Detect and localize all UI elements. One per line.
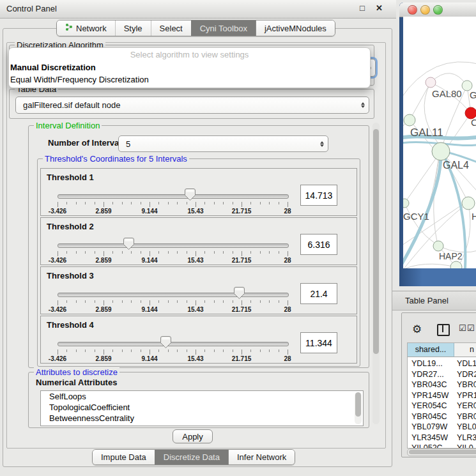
table-row[interactable]: YBR043CYBR0 <box>408 380 476 390</box>
tick-mark <box>95 251 95 254</box>
tick-mark <box>204 349 205 352</box>
tab-discretize-data[interactable]: Discretize Data <box>155 450 228 464</box>
minimize-traffic-light[interactable] <box>420 5 430 15</box>
tick-mark <box>66 349 67 352</box>
top-tab-strip: NetworkStyleSelectCyni ToolboxjActiveMNo… <box>56 20 335 36</box>
tab-select[interactable]: Select <box>151 20 191 36</box>
close-traffic-light[interactable] <box>408 5 417 15</box>
table-row[interactable]: YLR345WYLR3 <box>408 433 476 443</box>
slider-thumb[interactable] <box>234 287 245 299</box>
table-row[interactable]: YDR27...YDR2 <box>408 369 476 380</box>
tab-impute-data[interactable]: Impute Data <box>93 450 155 464</box>
network-node[interactable] <box>462 197 475 210</box>
dropdown-option[interactable]: Equal Width/Frequency Discretization <box>9 73 370 86</box>
tick-label: 9.144 <box>135 355 164 362</box>
tick-mark <box>141 251 141 254</box>
table-row[interactable]: YER054CYER0 <box>408 401 476 411</box>
threshold-value-field[interactable] <box>300 332 337 353</box>
tick-mark <box>233 251 233 254</box>
threshold-label: Threshold 4 <box>47 320 94 330</box>
float-window-icon[interactable]: □ <box>360 3 365 13</box>
network-canvas[interactable]: GAL80GACGAL11GAL4GCY1HHAP2 <box>403 17 476 268</box>
scrollbar-thumb[interactable] <box>409 450 476 454</box>
tick-mark <box>250 300 251 303</box>
network-node[interactable] <box>432 142 450 160</box>
tick-label: 9.144 <box>135 257 164 264</box>
slider-thumb[interactable] <box>123 238 134 250</box>
tick-label: 28 <box>273 208 302 215</box>
tick-mark <box>223 202 224 204</box>
attribute-list-item[interactable]: TopologicalCoefficient <box>41 402 363 413</box>
network-node[interactable] <box>433 241 443 251</box>
threshold-row: Threshold 2-3.4262.8599.14415.4321.71528 <box>40 217 357 265</box>
table-row[interactable]: YBL079WYBL0 <box>408 422 476 433</box>
table-horizontal-scrollbar[interactable] <box>407 449 476 456</box>
tick-label: -3.426 <box>43 306 72 313</box>
control-panel-titlebar: Control Panel □ ✕ <box>0 0 396 19</box>
number-of-intervals-select[interactable]: 5 <box>118 135 328 152</box>
tab-infer-network[interactable]: Infer Network <box>228 450 295 464</box>
slider-thumb[interactable] <box>160 336 171 348</box>
tick-label: 2.859 <box>89 257 118 264</box>
slider-track[interactable] <box>58 243 289 248</box>
slider-thumb[interactable] <box>185 188 196 201</box>
gear-icon[interactable]: ⚙ <box>412 324 422 335</box>
scrollbar-thumb[interactable] <box>355 392 361 417</box>
tick-mark <box>288 202 288 207</box>
column-header[interactable]: n <box>454 343 476 357</box>
tick-mark <box>76 349 77 352</box>
table-row[interactable]: YBR045CYBR0 <box>408 411 476 422</box>
network-node[interactable] <box>403 199 409 208</box>
column-header[interactable]: shared... <box>408 343 454 357</box>
apply-button[interactable]: Apply <box>173 429 213 443</box>
split-column-icon[interactable] <box>437 324 450 336</box>
table-data-select[interactable]: galFiltered.sif default node <box>15 96 369 114</box>
tick-label: 28 <box>273 355 302 362</box>
table-row[interactable]: YPR145WYPR1 <box>408 390 476 401</box>
scrollbar-thumb[interactable] <box>373 129 379 354</box>
tick-mark <box>279 300 279 303</box>
network-node[interactable] <box>404 114 415 126</box>
tick-label: 9.144 <box>135 208 164 215</box>
dropdown-option[interactable]: Manual Discretization <box>9 61 370 73</box>
tab-label: Infer Network <box>237 452 286 462</box>
tick-mark <box>150 202 150 207</box>
tick-mark <box>196 300 196 305</box>
table-row[interactable]: YDL19...YDL1 <box>408 358 476 369</box>
tick-label: 2.859 <box>89 306 118 313</box>
table-panel-titlebar: Table Panel <box>392 291 476 311</box>
threshold-value-field[interactable] <box>300 234 337 255</box>
tick-label: 21.715 <box>227 208 256 215</box>
close-icon[interactable]: ✕ <box>376 3 383 13</box>
tab-cyni-toolbox[interactable]: Cyni Toolbox <box>191 20 256 36</box>
table-row[interactable]: YIL052CYIL0 <box>408 443 476 449</box>
tab-style[interactable]: Style <box>115 20 151 36</box>
tick-mark <box>279 251 279 254</box>
slider-track[interactable] <box>58 194 289 199</box>
network-node[interactable] <box>426 77 436 88</box>
zoom-traffic-light[interactable] <box>433 5 443 15</box>
slider-track[interactable] <box>58 342 289 346</box>
tick-mark <box>223 300 224 303</box>
attribute-list-item[interactable]: BetweennessCentrality <box>41 413 363 424</box>
tick-mark <box>158 251 159 254</box>
threshold-value-field[interactable] <box>300 283 337 304</box>
slider-track[interactable] <box>58 293 289 297</box>
cell-shared-name: YER054C <box>411 401 447 411</box>
checkbox-icon[interactable]: ☑ <box>459 324 466 333</box>
threshold-value-field[interactable] <box>300 185 337 206</box>
tab-network[interactable]: Network <box>57 20 115 36</box>
attribute-list-item[interactable]: SelfLoops <box>41 391 363 402</box>
stepper-icon <box>316 141 328 147</box>
numerical-attributes-list[interactable]: SelfLoopsTopologicalCoefficientBetweenne… <box>40 390 364 426</box>
node-label: C <box>471 117 476 128</box>
panel-scrollbar[interactable] <box>372 123 380 424</box>
node-label: GA <box>470 89 476 100</box>
group-title-thresholds: Threshold's Coordinates for 5 Intervals <box>43 154 189 164</box>
tick-mark <box>76 202 77 204</box>
list-scrollbar[interactable] <box>355 392 362 424</box>
tab-jactivemnodules[interactable]: jActiveMNodules <box>256 20 335 36</box>
checkbox-icon[interactable]: ☑ <box>467 324 475 333</box>
group-title-attributes: Attributes to discretize <box>34 367 119 377</box>
tick-mark <box>122 349 123 352</box>
